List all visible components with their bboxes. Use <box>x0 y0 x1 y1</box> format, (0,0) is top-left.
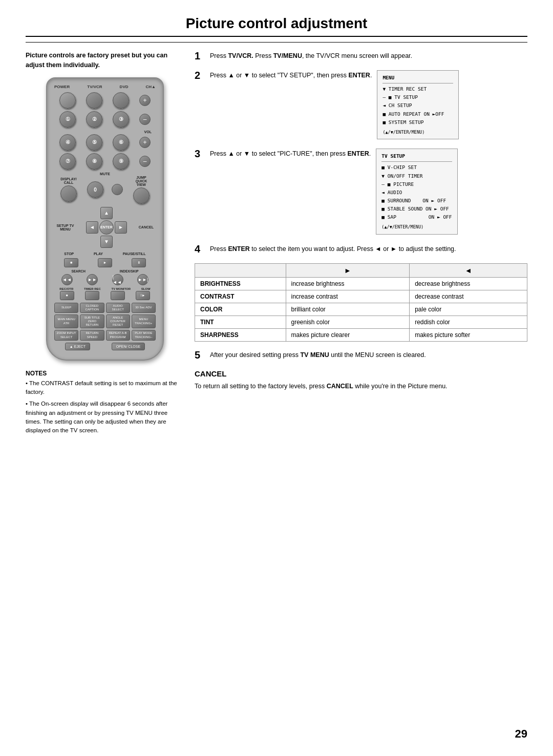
slow-button[interactable]: I► <box>136 291 150 300</box>
notes-title: NOTES <box>26 370 184 377</box>
page-number: 29 <box>515 727 527 741</box>
remote-control: POWER TV/VCR DVD CH▲ + ① ② <box>46 77 164 361</box>
menu1-item-2: – ■ TV SETUP <box>382 93 453 101</box>
jump-label: JUMP QUICK VIEW <box>131 176 152 186</box>
ch-minus-button[interactable]: – <box>139 114 151 125</box>
recotr-button[interactable]: ● <box>60 291 74 300</box>
next-button[interactable]: ►►| <box>137 274 148 285</box>
num3-button[interactable]: ③ <box>113 111 129 128</box>
step-2-row: Press ▲ or ▼ to select "TV SETUP", then … <box>210 70 459 139</box>
step-3-content: Press ▲ or ▼ to select "PIC-TURE", then … <box>210 149 371 159</box>
menu1-item-4: ■ AUTO REPEAT ON ►OFF <box>382 110 453 118</box>
open-close-button[interactable]: OPEN/ CLOSE <box>112 343 145 350</box>
stop-button[interactable]: ■ <box>64 258 78 267</box>
menu2-item-2: ▼ ON/OFF TIMER <box>381 172 452 180</box>
dvd-label: DVD <box>120 85 129 89</box>
power-button[interactable] <box>59 92 76 109</box>
num5-button[interactable]: ⑤ <box>86 134 102 151</box>
step-3: 3 Press ▲ or ▼ to select "PIC-TURE", the… <box>195 149 527 235</box>
menu2-footer: (▲/▼/ENTER/MENU) <box>381 223 452 230</box>
color-right: brilliant color <box>286 303 410 316</box>
caption-button[interactable]: CLOSED CAPTION <box>80 303 104 313</box>
tvmonitor-button[interactable] <box>111 291 125 300</box>
dpad-enter-button[interactable]: ENTER <box>99 220 114 235</box>
menu1-item-5: ■ SYSTEM SETUP <box>382 118 453 127</box>
pause-label: PAUSE/STILL <box>123 252 146 256</box>
subtitle-button[interactable]: SUB TITLE ZERO RETURN <box>80 314 104 329</box>
step-3-number: 3 <box>195 149 206 159</box>
vol-minus-button[interactable]: – <box>139 156 151 167</box>
angle-button[interactable]: ANGLE COUNTER RESET <box>106 314 130 329</box>
display-call-button[interactable] <box>60 185 77 202</box>
menu1-item-1: ▼ TIMER REC SET <box>382 85 453 93</box>
sleep-button[interactable]: SLEEP <box>54 303 78 313</box>
num8-button[interactable]: ⑧ <box>86 153 102 170</box>
menu-button[interactable]: MENU TRACKING+ <box>132 314 156 329</box>
audio-select-button[interactable]: AUDIO SELECT <box>106 303 130 313</box>
jump-button[interactable] <box>133 187 150 204</box>
step-2-content: Press ▲ or ▼ to select "TV SETUP", then … <box>210 70 372 80</box>
stop-label: STOP <box>64 252 74 256</box>
return-button[interactable]: RETURN SPEED <box>80 330 104 340</box>
dpad-up-button[interactable]: ▲ <box>100 207 113 219</box>
step-4: 4 Press ENTER to select the item you wan… <box>195 244 527 254</box>
index-skip-label: INDEX/SKIP <box>120 269 139 273</box>
table-row: CONTRAST increase contrast decrease cont… <box>195 290 527 303</box>
note-1: • The CONTRAST default setting is set to… <box>26 379 184 397</box>
display-call-label: DISPLAY/ CALL <box>58 177 79 184</box>
tvmonitor-label: TV MONITOR <box>112 287 131 290</box>
pause-button[interactable]: ⏸ <box>132 258 146 267</box>
step-1: 1 Press TV/VCR. Press TV/MENU, the TV/VC… <box>195 51 527 61</box>
notes-section: NOTES • The CONTRAST default setting is … <box>26 370 184 435</box>
num7-button[interactable]: ⑦ <box>59 153 76 170</box>
menu-box-2: TV SETUP ■ V-CHIP SET ▼ ON/OFF TIMER – ■… <box>376 149 458 235</box>
num6-button[interactable]: ⑥ <box>113 134 129 151</box>
adjustment-table: ► ◄ BRIGHTNESS increase brightness decre… <box>195 263 527 342</box>
play-label: PLAY <box>94 252 103 256</box>
table-row: COLOR brilliant color pale color <box>195 303 527 316</box>
rew-button[interactable]: ◄◄ <box>61 274 73 285</box>
ch-plus-button[interactable]: + <box>139 95 151 106</box>
cancel-section: CANCEL To return all setting to the fact… <box>195 369 527 391</box>
tvvcr-button[interactable] <box>86 92 102 109</box>
timerrec-button[interactable] <box>85 291 99 300</box>
vol-plus-button[interactable]: + <box>139 137 151 148</box>
table-row: BRIGHTNESS increase brightness decrease … <box>195 277 527 290</box>
dpad-right-button[interactable]: ► <box>115 221 127 234</box>
playmode-button[interactable]: PLAY MODE TRACKING– <box>132 330 156 340</box>
num1-button[interactable]: ① <box>59 111 76 128</box>
menu2-item-3: – ■ PICTURE <box>381 180 452 188</box>
dpad-left-button[interactable]: ◄ <box>86 221 98 234</box>
play-button[interactable]: ► <box>98 258 112 267</box>
menu1-title: MENU <box>382 74 453 83</box>
search-label: SEARCH <box>71 269 85 273</box>
color-left: pale color <box>410 303 527 316</box>
zoom-button[interactable]: ZOOM INPUT SELECT <box>54 330 78 340</box>
recotr-label: REC/OTR <box>59 287 73 290</box>
num9-button[interactable]: ⑨ <box>113 153 129 170</box>
ffwd-button[interactable]: ►► <box>87 274 98 285</box>
adv-button[interactable]: 30 Sec ADV <box>132 303 156 313</box>
tint-left: reddish color <box>410 316 527 328</box>
prev-button[interactable]: |◄◄ <box>112 274 123 285</box>
mute-button[interactable] <box>112 184 123 195</box>
brightness-left: decrease brightness <box>410 277 527 290</box>
dpad: ▲ ◄ ENTER ► ▼ <box>86 207 127 248</box>
dvd-button[interactable] <box>113 92 129 109</box>
adjustment-table-section: ► ◄ BRIGHTNESS increase brightness decre… <box>195 263 527 342</box>
num4-button[interactable]: ④ <box>59 134 76 151</box>
step-4-content: Press ENTER to select the item you want … <box>210 244 527 254</box>
tvvcr-label: TV/VCR <box>87 85 102 89</box>
eject-button[interactable]: ▲ EJECT <box>65 343 90 350</box>
num2-button[interactable]: ② <box>86 111 102 128</box>
dpad-down-button[interactable]: ▼ <box>100 236 113 248</box>
main-menu-button[interactable]: MAIN MENU ATR <box>54 314 78 329</box>
step-5-number: 5 <box>195 350 206 360</box>
menu2-title: TV SETUP <box>381 152 452 162</box>
num0-button[interactable]: 0 <box>87 181 103 198</box>
menu2-item-7: ■ SAP ON ► OFF <box>381 213 452 221</box>
repeat-button[interactable]: REPEAT A-B PROGRAM <box>106 330 130 340</box>
mute-label: MUTE <box>100 172 110 176</box>
table-col-control <box>195 263 286 277</box>
step-5: 5 After your desired setting press TV ME… <box>195 350 527 360</box>
